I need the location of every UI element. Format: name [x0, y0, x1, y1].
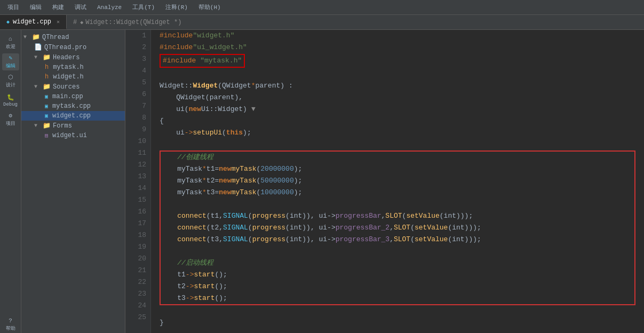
main-area: ⌂ 欢迎 ✎ 编辑 ⬡ 设计 🐛 Debug ⚙ 项目 ? 帮助: [0, 30, 644, 333]
line-num-16: 16: [130, 206, 146, 218]
sources-expand-arrow: ▼: [34, 84, 41, 90]
cmt-20: //启动线程: [177, 257, 213, 269]
indent-13: [161, 175, 177, 187]
p6-17: (int)));: [448, 222, 481, 234]
tree-sources-folder[interactable]: ▼ 📁 Sources: [21, 82, 125, 92]
rail-welcome[interactable]: ⌂ 欢迎: [2, 34, 19, 51]
rail-edit[interactable]: ✎ 编辑: [2, 53, 19, 70]
op-12: =: [214, 163, 219, 175]
arrow-9: ->: [185, 127, 193, 139]
tree-mytask-cpp[interactable]: ▣ mytask.cpp: [21, 101, 125, 111]
fn-16: connect: [177, 210, 206, 222]
str-2: "ui_widget.h": [193, 42, 247, 53]
menu-build[interactable]: 构建: [49, 2, 67, 12]
menu-help[interactable]: 帮助(H): [195, 2, 224, 12]
welcome-icon: ⌂: [9, 36, 12, 42]
paren-21: ();: [214, 269, 227, 281]
code-line-17: connect(t2, SIGNAL(progress(int)), ui->p…: [161, 222, 634, 234]
cls-6: QWidget: [176, 92, 205, 104]
ui-16: progressBar: [336, 210, 381, 222]
design-label: 设计: [6, 82, 15, 89]
tree-widget-h[interactable]: h widget.h: [21, 72, 125, 82]
paren-9: (: [222, 127, 226, 139]
num-13: 50000000: [260, 175, 293, 187]
indent-18: [161, 234, 177, 245]
mytask-h-label: mytask.h: [53, 64, 84, 71]
line-num-9: 9: [130, 124, 146, 136]
line-num-25: 25: [130, 312, 146, 323]
tree-pro-file[interactable]: 📄 QThread.pro: [21, 42, 125, 52]
str-3: "mytask.h": [200, 57, 242, 65]
tree-headers-folder[interactable]: ▼ 📁 Headers: [21, 52, 125, 62]
line-num-10: 10: [130, 136, 146, 147]
t3-23: t3: [177, 292, 186, 304]
code-line-10: [160, 139, 635, 150]
p4-18: ,: [389, 234, 394, 245]
pro-file-icon: 📄: [34, 43, 42, 51]
menu-bar[interactable]: 项目 编辑 构建 调试 Analyze 工具(T) 注释(R) 帮助(H): [0, 0, 644, 15]
tree-widget-ui[interactable]: ▤ widget.ui: [21, 131, 125, 140]
code-line-9: ui->setupUi(this);: [160, 127, 635, 139]
arrow-22: ->: [186, 281, 194, 292]
slot-16: SLOT: [385, 210, 402, 222]
cls-12: myTask: [177, 163, 202, 175]
p4-17: ,: [389, 222, 394, 234]
menu-tools[interactable]: 工具(T): [129, 2, 158, 12]
tab-widget-cpp[interactable]: ◆ widget.cpp ✕: [0, 15, 67, 29]
fn-18: connect: [177, 234, 206, 245]
line-num-12: 12: [130, 159, 146, 171]
indent-17: [161, 222, 177, 234]
p3-17: (int)), ui->: [285, 222, 336, 234]
p2-16: (: [248, 210, 252, 222]
pp-1: #include: [160, 30, 193, 42]
line-num-20: 20: [130, 253, 146, 265]
line-num-1: 1: [130, 30, 146, 42]
paren-14: (: [256, 187, 260, 199]
code-line-19: [161, 245, 634, 257]
menu-edit[interactable]: 编辑: [27, 2, 45, 12]
p4-16: ,: [381, 210, 386, 222]
code-line-12: myTask *t1 = new myTask(20000000);: [161, 163, 634, 175]
tree-main-cpp[interactable]: ▣ main.cpp: [21, 92, 125, 101]
fold-arrow-7[interactable]: ▼: [251, 104, 256, 115]
forms-label: Forms: [53, 122, 72, 130]
h-file-icon: h: [45, 64, 49, 71]
forms-folder-icon: 📁: [43, 122, 51, 130]
code-line-6: QWidget(parent),: [160, 92, 635, 104]
tree-project-root[interactable]: ▼ 📁 QThread: [21, 32, 125, 42]
p5-18: (: [410, 234, 415, 245]
tree-forms-folder[interactable]: ▼ 📁 Forms: [21, 121, 125, 131]
rail-help[interactable]: ? 帮助: [2, 316, 19, 333]
menu-annotate[interactable]: 注释(R): [162, 2, 191, 12]
tab-close-button[interactable]: ✕: [57, 19, 60, 25]
rail-design[interactable]: ⬡ 设计: [2, 73, 19, 90]
project-expand-arrow: ▼: [23, 34, 30, 40]
editor-area[interactable]: 1 2 3 4 5 6 7 8 9 10 11 12 13 14 15 16 1…: [125, 30, 644, 333]
paren2-5: ) :: [280, 80, 292, 92]
fn-22: start: [194, 281, 214, 292]
menu-analyze[interactable]: Analyze: [94, 3, 125, 12]
project-icon: ⚙: [9, 112, 12, 119]
code-content: #include "widget.h" #include "ui_widget.…: [151, 30, 644, 333]
menu-debug[interactable]: 调试: [71, 2, 90, 12]
rail-project[interactable]: ⚙ 项目: [2, 111, 19, 128]
line-num-4: 4: [130, 65, 146, 77]
rail-debug[interactable]: 🐛 Debug: [2, 92, 19, 109]
p1-18: (t3,: [206, 234, 223, 245]
p5-17: (: [410, 222, 415, 234]
indent-21: [161, 269, 177, 281]
menu-project[interactable]: 项目: [4, 2, 22, 12]
tree-widget-cpp[interactable]: ▣ widget.cpp: [21, 111, 125, 121]
indent-14: [161, 187, 177, 199]
fn3-17: setValue: [415, 222, 448, 234]
tree-mytask-h[interactable]: h mytask.h: [21, 62, 125, 72]
slot-18: SLOT: [394, 234, 410, 245]
line-num-13: 13: [130, 171, 146, 183]
line-num-18: 18: [130, 229, 146, 241]
breadcrumb-hash: #: [73, 19, 77, 26]
arrow-21: ->: [186, 269, 194, 281]
indent-6: [160, 92, 176, 104]
code-line-11: //创建线程: [161, 152, 634, 163]
p1-16: (t1,: [206, 210, 223, 222]
code-line-8: {: [160, 115, 635, 127]
